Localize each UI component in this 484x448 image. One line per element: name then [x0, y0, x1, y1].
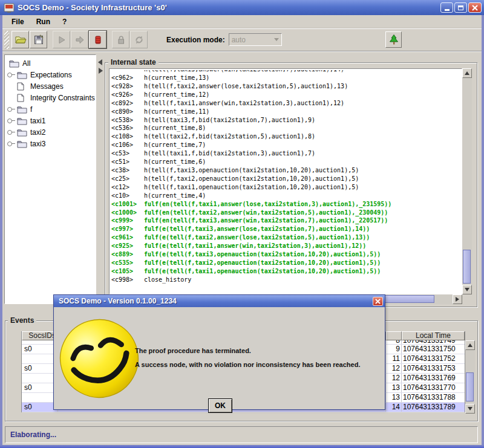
- society-tree-button[interactable]: [385, 31, 402, 48]
- execution-mode-select[interactable]: auto: [229, 33, 282, 46]
- tree-item[interactable]: taxi2: [5, 126, 96, 138]
- constraint-id: <c925>: [111, 242, 144, 250]
- refresh-button[interactable]: [130, 31, 148, 48]
- tree-expand-handle-icon[interactable]: [7, 73, 12, 77]
- open-button[interactable]: [11, 31, 29, 48]
- internal-state-line: <c889> fulf(e(tell(f,taxi3,openauction(t…: [111, 250, 462, 259]
- tree-item-label: Expectations: [30, 71, 72, 79]
- cell-local-time: 1076431331789: [402, 403, 465, 412]
- folder-icon: [17, 117, 27, 125]
- menu-bar: File Run ?: [2, 15, 482, 28]
- constraint-id: <c106>: [111, 141, 144, 149]
- tree-expand-handle-icon[interactable]: [7, 141, 12, 146]
- dialog-title-bar[interactable]: SOCS Demo - Version 0.1.00_1234: [54, 295, 385, 307]
- close-icon: [472, 5, 478, 11]
- internal-state-title: Internal state: [108, 58, 159, 67]
- internal-state-line: <c892> h(tell(f,taxi1,answer(win,taxi2st…: [111, 99, 462, 108]
- cell-num: 8: [386, 340, 402, 344]
- internal-state-vscrollbar[interactable]: [462, 68, 472, 294]
- internal-state-line: <c536> h(current_time,8): [111, 124, 462, 132]
- status-bar: Elaborating...: [5, 426, 478, 443]
- close-button[interactable]: [468, 2, 482, 13]
- tree-expand-handle-icon[interactable]: [7, 107, 12, 112]
- lock-button[interactable]: [112, 31, 129, 48]
- scrollbar-corner: [462, 294, 472, 304]
- constraint-id: <c38>: [111, 166, 144, 175]
- status-text: Elaborating...: [5, 430, 56, 439]
- arrow-down-icon: [465, 288, 469, 291]
- society-tree-panel: All Expectations: [4, 54, 96, 304]
- toolbar: Execution mode: auto: [2, 28, 482, 51]
- collapse-right-icon[interactable]: [99, 68, 103, 74]
- collapse-left-icon[interactable]: [98, 59, 102, 65]
- window-frame-left: [0, 15, 2, 448]
- folder-icon: [17, 128, 27, 137]
- constraint-id: <c892>: [111, 99, 144, 108]
- internal-state-line: <c961> fulf(e(tell(f,taxi2,answer(lose,t…: [111, 233, 462, 242]
- scroll-right-button[interactable]: [453, 294, 462, 304]
- internal-state-line: <c928> h(tell(f,taxi2,answer(lose,taxi2s…: [111, 82, 462, 91]
- constraint-id: <c999>: [111, 216, 144, 225]
- toolbar-grip[interactable]: [4, 31, 9, 49]
- tree-item-label: taxi3: [30, 140, 45, 148]
- constraint-text: fulf(en(tell(f,taxi3,answer(win,taxi2sta…: [144, 216, 388, 225]
- tree-item[interactable]: Expectations: [5, 69, 96, 80]
- events-vscrollbar[interactable]: [465, 340, 475, 414]
- scroll-up-button[interactable]: [462, 68, 472, 78]
- internal-state-list[interactable]: h(tell(f,taxi3,answer(win,taxi2station,7…: [109, 68, 462, 294]
- column-header-local-time[interactable]: Local Time: [402, 331, 465, 340]
- cell-num: 12: [386, 364, 402, 373]
- split-divider[interactable]: [96, 54, 105, 304]
- scrollbar-thumb[interactable]: [463, 250, 471, 284]
- title-bar[interactable]: SOCS Demo - Society Infrastructure 's0': [0, 0, 484, 15]
- close-icon: [375, 299, 381, 304]
- scroll-up-button[interactable]: [465, 340, 475, 350]
- scroll-down-button[interactable]: [465, 404, 475, 414]
- menu-item[interactable]: Run: [31, 16, 56, 27]
- cell-socsid: [22, 354, 58, 363]
- tree-expand-handle-icon[interactable]: [7, 118, 12, 123]
- dialog-title: SOCS Demo - Version 0.1.00_1234: [59, 297, 373, 305]
- tree-item[interactable]: All: [5, 57, 96, 69]
- constraint-text: h(current_time,8): [144, 124, 206, 132]
- arrow-right-icon: [456, 297, 459, 302]
- internal-state-line: <c1000> fulf(en(tell(f,taxi2,answer(win,…: [111, 209, 462, 217]
- constraint-id: <c535>: [111, 259, 144, 267]
- maximize-button[interactable]: [454, 2, 467, 13]
- stop-icon: [93, 34, 103, 45]
- arrow-up-icon: [468, 343, 473, 347]
- constraint-id: <c961>: [111, 233, 144, 242]
- tree-item-label: taxi2: [30, 128, 45, 137]
- stop-button[interactable]: [89, 31, 106, 48]
- column-header-num[interactable]: [386, 331, 402, 340]
- internal-state-line: <c106> h(current_time,7): [111, 141, 462, 149]
- tree-item[interactable]: f: [5, 103, 96, 115]
- internal-state-line: <c535> fulf(e(tell(f,taxi2,openauction(t…: [111, 259, 462, 267]
- constraint-id: <c538>: [111, 116, 144, 125]
- scroll-down-button[interactable]: [462, 285, 472, 294]
- cell-local-time: 1076431331770: [402, 383, 465, 392]
- ok-button[interactable]: OK: [208, 398, 232, 413]
- constraint-id: <c890>: [111, 108, 144, 116]
- tree-item[interactable]: Integrity Constraints: [5, 92, 96, 103]
- file-icon: [17, 94, 24, 102]
- cell-socsid: [22, 393, 58, 402]
- play-icon: [56, 34, 67, 45]
- tree-item[interactable]: taxi1: [5, 115, 96, 126]
- constraint-id: <c53>: [111, 149, 144, 158]
- minimize-button[interactable]: [440, 2, 453, 13]
- menu-item[interactable]: ?: [57, 16, 72, 27]
- tree-item[interactable]: Messages: [5, 80, 96, 92]
- save-button[interactable]: [30, 31, 47, 48]
- tree-item[interactable]: taxi3: [5, 138, 96, 149]
- refresh-icon: [134, 34, 145, 45]
- scrollbar-thumb[interactable]: [466, 372, 474, 401]
- play-button[interactable]: [53, 31, 70, 48]
- menu-item[interactable]: File: [6, 16, 30, 27]
- internal-state-line: <c53> h(tell(taxi1,f,bid(taxi2station,3)…: [111, 149, 462, 158]
- tree-item-label: Integrity Constraints: [30, 94, 95, 102]
- tree-expand-handle-icon[interactable]: [7, 130, 12, 135]
- step-forward-button[interactable]: [71, 31, 88, 48]
- dialog-close-button[interactable]: [373, 297, 383, 306]
- tree-item-label: Messages: [30, 82, 64, 91]
